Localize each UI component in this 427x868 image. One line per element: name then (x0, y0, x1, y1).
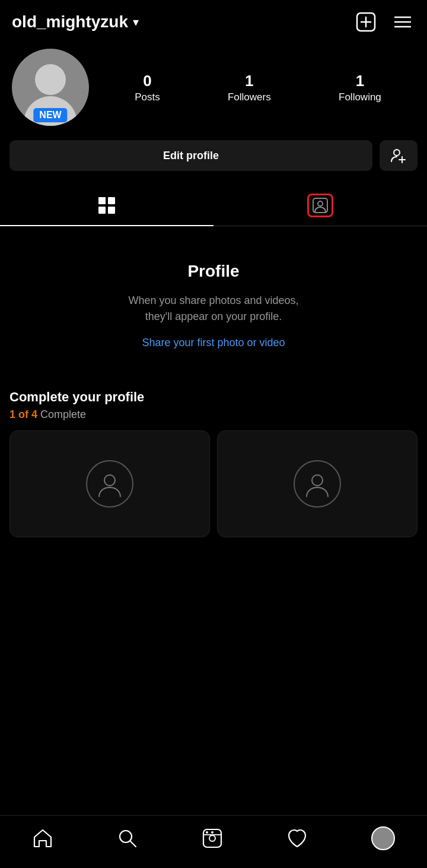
stat-following[interactable]: 1 Following (339, 72, 381, 103)
avatar-wrap[interactable]: NEW (12, 49, 89, 126)
following-count: 1 (356, 72, 364, 90)
edit-profile-button[interactable]: Edit profile (9, 140, 372, 171)
svg-point-20 (209, 835, 215, 841)
chevron-down-icon[interactable]: ▾ (133, 15, 139, 29)
svg-point-14 (318, 201, 323, 206)
grid-icon (97, 196, 116, 215)
content-description: When you share photos and videos,they'll… (128, 293, 298, 325)
add-friend-button[interactable] (380, 140, 418, 171)
profile-section: NEW 0 Posts 1 Followers 1 Following (0, 39, 427, 135)
tabs (0, 185, 427, 226)
complete-card-1[interactable] (9, 430, 210, 537)
nav-activity-button[interactable] (283, 824, 311, 853)
svg-point-16 (312, 475, 323, 486)
svg-line-18 (130, 841, 136, 847)
nav-reels-button[interactable] (198, 824, 227, 853)
nav-profile-button[interactable] (368, 823, 399, 854)
header-right (353, 9, 415, 34)
header-left: old_mightyzuk ▾ (12, 12, 139, 31)
nav-home-button[interactable] (28, 824, 57, 853)
tab-grid[interactable] (0, 185, 214, 226)
card-avatar-1 (86, 460, 133, 508)
svg-rect-9 (98, 197, 106, 204)
stats-row: 0 Posts 1 Followers 1 Following (101, 72, 415, 103)
buttons-row: Edit profile (0, 135, 427, 180)
stat-posts[interactable]: 0 Posts (135, 72, 160, 103)
content-title: Profile (187, 262, 239, 281)
complete-progress-orange: 1 of 4 (9, 408, 37, 420)
complete-profile-subtitle: 1 of 4 Complete (9, 408, 418, 421)
following-label: Following (339, 91, 381, 103)
complete-profile-section: Complete your profile 1 of 4 Complete (0, 373, 427, 544)
new-post-button[interactable] (353, 9, 378, 34)
menu-button[interactable] (390, 9, 415, 34)
username-label[interactable]: old_mightyzuk (12, 12, 128, 31)
complete-progress-rest: Complete (37, 408, 86, 420)
svg-point-22 (206, 831, 208, 834)
new-badge: NEW (33, 108, 67, 122)
svg-point-17 (120, 831, 132, 842)
header: old_mightyzuk ▾ (0, 0, 427, 39)
complete-card-2[interactable] (217, 430, 418, 537)
complete-cards (9, 430, 418, 537)
nav-profile-avatar (371, 826, 395, 850)
posts-label: Posts (135, 91, 160, 103)
svg-rect-10 (108, 197, 115, 204)
tagged-icon (307, 194, 333, 217)
content-area: Profile When you share photos and videos… (0, 226, 427, 373)
share-first-photo-link[interactable]: Share your first photo or video (142, 337, 285, 349)
complete-profile-title: Complete your profile (9, 389, 418, 405)
svg-point-15 (104, 475, 115, 486)
tab-tagged[interactable] (214, 185, 427, 226)
svg-point-6 (394, 150, 400, 156)
svg-point-23 (211, 831, 214, 834)
stat-followers[interactable]: 1 Followers (228, 72, 271, 103)
svg-rect-11 (98, 207, 106, 214)
followers-label: Followers (228, 91, 271, 103)
svg-rect-12 (108, 207, 115, 214)
posts-count: 0 (143, 72, 151, 90)
avatar-head (35, 64, 66, 95)
nav-search-button[interactable] (113, 824, 142, 853)
followers-count: 1 (245, 72, 253, 90)
bottom-nav (0, 815, 427, 868)
card-avatar-2 (294, 460, 341, 508)
